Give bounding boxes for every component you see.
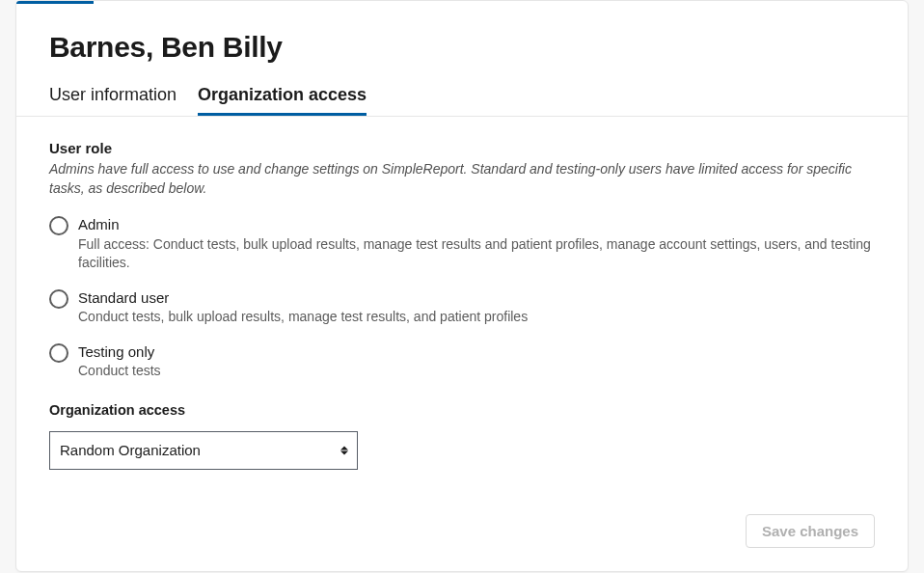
save-changes-button[interactable]: Save changes — [746, 514, 875, 548]
tabs: User information Organization access — [16, 85, 908, 117]
user-role-description: Admins have full access to use and chang… — [49, 160, 875, 198]
tab-user-information[interactable]: User information — [49, 85, 177, 116]
radio-icon[interactable] — [49, 343, 68, 363]
role-option-admin[interactable]: Admin Full access: Conduct tests, bulk u… — [49, 215, 875, 273]
role-description: Conduct tests — [78, 362, 875, 381]
radio-icon[interactable] — [49, 289, 68, 309]
role-option-testing[interactable]: Testing only Conduct tests — [49, 342, 875, 381]
user-role-heading: User role — [49, 140, 875, 156]
organization-access-label: Organization access — [49, 402, 875, 418]
role-label: Testing only — [78, 342, 875, 362]
role-label: Admin — [78, 215, 875, 234]
form-actions: Save changes — [49, 514, 875, 548]
settings-card: Barnes, Ben Billy User information Organ… — [15, 0, 909, 572]
tab-organization-access[interactable]: Organization access — [198, 85, 367, 116]
user-role-section: User role Admins have full access to use… — [49, 140, 875, 381]
organization-select-wrap: Random Organization — [49, 431, 358, 470]
radio-icon[interactable] — [49, 216, 68, 235]
role-label: Standard user — [78, 288, 875, 308]
role-radio-group: Admin Full access: Conduct tests, bulk u… — [49, 215, 875, 381]
role-option-standard[interactable]: Standard user Conduct tests, bulk upload… — [49, 288, 875, 327]
role-description: Conduct tests, bulk upload results, mana… — [78, 308, 875, 327]
page-title: Barnes, Ben Billy — [49, 31, 875, 64]
organization-select[interactable]: Random Organization — [49, 431, 358, 470]
role-description: Full access: Conduct tests, bulk upload … — [78, 235, 875, 273]
